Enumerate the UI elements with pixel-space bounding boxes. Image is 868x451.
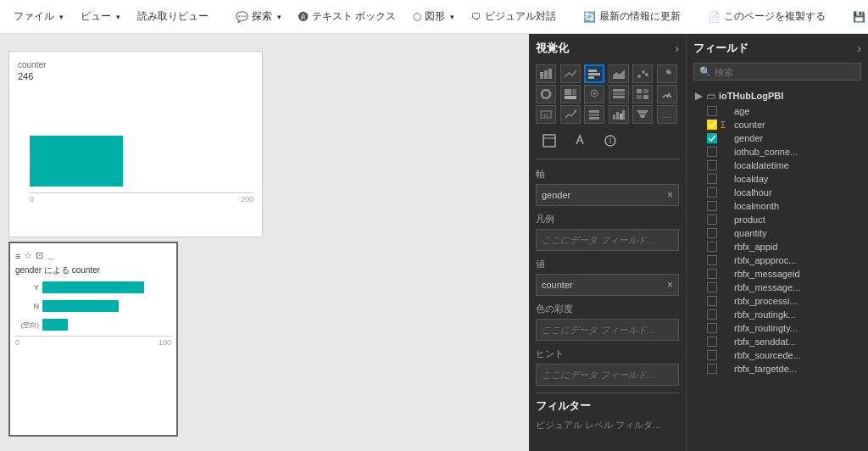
table-name: ioTHubLogPBI bbox=[719, 91, 783, 101]
fields-search-input[interactable] bbox=[715, 67, 855, 77]
axis-section: 軸 gender × bbox=[536, 168, 679, 206]
field-checkbox[interactable] bbox=[707, 201, 717, 211]
visual-dialog-btn[interactable]: 🗨 ビジュアル対話 bbox=[465, 6, 563, 27]
axis-x-btn[interactable]: × bbox=[667, 189, 673, 201]
field-checkbox[interactable] bbox=[707, 255, 717, 265]
fields-search-box[interactable]: 🔍 bbox=[693, 63, 861, 81]
field-item[interactable]: localday bbox=[693, 172, 861, 186]
field-item[interactable]: localhour bbox=[693, 186, 861, 199]
chart2-toolbar-menu-icon[interactable]: ≡ bbox=[15, 251, 20, 261]
viz-icon-area[interactable] bbox=[609, 64, 629, 83]
field-item[interactable]: quantity bbox=[693, 226, 861, 240]
field-item[interactable]: Σcounter bbox=[693, 118, 861, 131]
viz-tab-format[interactable] bbox=[566, 131, 593, 153]
chart2-toolbar-more-icon[interactable]: ... bbox=[47, 251, 54, 261]
fields-panel-arrow-btn[interactable]: › bbox=[857, 42, 861, 55]
hint-drop-box[interactable]: ここにデータ フィールド... bbox=[536, 364, 679, 386]
field-item[interactable]: rbfx_message... bbox=[693, 281, 861, 294]
field-checkbox[interactable] bbox=[707, 364, 717, 374]
viz-panel-arrow-btn[interactable]: › bbox=[675, 42, 679, 55]
field-checkbox[interactable] bbox=[707, 323, 717, 333]
viz-tab-fields[interactable] bbox=[536, 131, 563, 153]
value-x-btn[interactable]: × bbox=[667, 279, 673, 291]
field-checkbox[interactable] bbox=[707, 269, 717, 279]
field-checkbox[interactable] bbox=[707, 160, 717, 170]
viz-icon-card[interactable]: 42 bbox=[536, 105, 556, 124]
value-drop-box[interactable]: counter × bbox=[536, 274, 679, 296]
viz-icon-slicer[interactable] bbox=[584, 105, 604, 124]
field-checkbox[interactable] bbox=[707, 228, 717, 238]
viz-icon-pie[interactable] bbox=[657, 64, 677, 83]
legend-drop-box[interactable]: ここにデータ フィールド... bbox=[536, 229, 679, 251]
viz-icon-table[interactable] bbox=[609, 85, 629, 103]
field-item[interactable]: rbfx_senddat... bbox=[693, 335, 861, 348]
duplicate-icon: 📄 bbox=[708, 11, 721, 23]
viz-icon-scatter[interactable] bbox=[632, 64, 653, 83]
field-item[interactable]: product bbox=[693, 213, 861, 226]
chart1-container[interactable]: counter 246 0 200 bbox=[8, 51, 263, 237]
field-item[interactable]: rbfx_appid bbox=[693, 240, 861, 253]
chart2-toolbar-expand-icon[interactable]: ⊡ bbox=[36, 250, 43, 261]
viz-icon-donut[interactable] bbox=[536, 85, 556, 103]
axis-drop-box[interactable]: gender × bbox=[536, 184, 679, 206]
field-item[interactable]: age bbox=[693, 104, 861, 118]
field-label: rbfx_targetde... bbox=[734, 364, 797, 374]
viz-icon-waterfall[interactable] bbox=[609, 105, 629, 124]
viz-icon-funnel[interactable] bbox=[632, 105, 653, 124]
chart2-container[interactable]: ≡ ☆ ⊡ ... gender による counter Y N (空白) bbox=[8, 242, 178, 437]
table-group-header[interactable]: ▶ 🗃 ioTHubLogPBI bbox=[693, 87, 861, 104]
shapes-btn[interactable]: ⬡ 図形 ▾ bbox=[406, 6, 461, 27]
textbox-btn[interactable]: 🅐 テキスト ボックス bbox=[292, 6, 403, 27]
field-checkbox[interactable] bbox=[707, 147, 717, 157]
field-item[interactable]: localdatetime bbox=[693, 159, 861, 172]
color-saturation-drop-box[interactable]: ここにデータ フィールド... bbox=[536, 319, 679, 341]
viz-icon-line[interactable] bbox=[560, 64, 581, 83]
field-item[interactable]: iothub_conne... bbox=[693, 145, 861, 159]
field-item[interactable]: gender bbox=[693, 131, 861, 145]
field-checkbox[interactable] bbox=[707, 296, 717, 306]
field-checkbox[interactable] bbox=[707, 106, 717, 116]
field-item[interactable]: rbfx_routingty... bbox=[693, 321, 861, 335]
field-item[interactable]: rbfx_appproc... bbox=[693, 253, 861, 267]
field-item[interactable]: rbfx_sourcede... bbox=[693, 348, 861, 362]
file-menu-btn[interactable]: ファイル ▾ bbox=[7, 6, 70, 27]
color-saturation-placeholder: ここにデータ フィールド... bbox=[542, 324, 654, 337]
canvas-area[interactable]: counter 246 0 200 ≡ ☆ ⊡ ... gender による c… bbox=[0, 34, 529, 451]
view-menu-btn[interactable]: ビュー ▾ bbox=[74, 6, 127, 27]
explore-btn[interactable]: 💬 探索 ▾ bbox=[229, 6, 288, 27]
table-group-iothub: ▶ 🗃 ioTHubLogPBI ageΣcountergenderiothub… bbox=[693, 87, 861, 376]
viz-icon-kpi[interactable] bbox=[560, 105, 581, 124]
chart2-label-blank: (空白) bbox=[15, 320, 39, 330]
refresh-btn[interactable]: 🔄 最新の情報に更新 bbox=[576, 6, 687, 27]
field-checkbox[interactable] bbox=[707, 133, 717, 143]
field-checkbox[interactable] bbox=[707, 242, 717, 252]
save-btn[interactable]: 💾 保存 bbox=[846, 6, 868, 27]
field-checkbox[interactable] bbox=[707, 337, 717, 347]
viz-tab-analytics[interactable] bbox=[597, 131, 624, 153]
field-checkbox[interactable] bbox=[707, 120, 717, 130]
viz-icon-more[interactable]: ... bbox=[657, 105, 677, 124]
readonly-btn[interactable]: 読み取りビュー bbox=[131, 6, 215, 27]
field-checkbox[interactable] bbox=[707, 174, 717, 184]
field-checkbox[interactable] bbox=[707, 282, 717, 292]
viz-icon-treemap[interactable] bbox=[560, 85, 581, 103]
field-item[interactable]: rbfx_targetde... bbox=[693, 362, 861, 376]
field-item[interactable]: localmonth bbox=[693, 199, 861, 213]
field-item[interactable]: rbfx_routingk... bbox=[693, 308, 861, 321]
viz-icon-gauge[interactable] bbox=[657, 85, 677, 103]
svg-rect-0 bbox=[540, 72, 543, 79]
field-checkbox[interactable] bbox=[707, 187, 717, 198]
viz-icon-hbar[interactable] bbox=[584, 64, 604, 83]
duplicate-btn[interactable]: 📄 このページを複製する bbox=[701, 6, 832, 27]
chart2-bar-N bbox=[42, 300, 119, 312]
field-checkbox[interactable] bbox=[707, 214, 717, 225]
viz-icon-map[interactable] bbox=[584, 85, 604, 103]
chart2-toolbar-star-icon[interactable]: ☆ bbox=[24, 250, 32, 261]
viz-icon-stacked-bar[interactable] bbox=[536, 64, 556, 83]
field-item[interactable]: rbfx_processi... bbox=[693, 294, 861, 308]
viz-icon-matrix[interactable] bbox=[632, 85, 653, 103]
field-item[interactable]: rbfx_messageid bbox=[693, 267, 861, 281]
chart2-toolbar: ≡ ☆ ⊡ ... bbox=[15, 250, 171, 261]
field-checkbox[interactable] bbox=[707, 350, 717, 360]
field-checkbox[interactable] bbox=[707, 309, 717, 320]
